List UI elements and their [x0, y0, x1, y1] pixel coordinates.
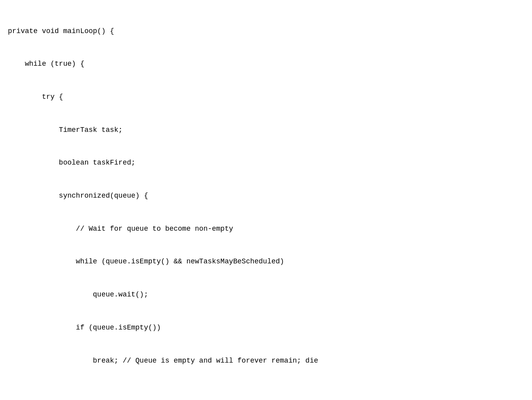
code-line: queue.wait();	[8, 289, 524, 300]
code-line	[8, 388, 524, 399]
code-line: while (queue.isEmpty() && newTasksMayBeS…	[8, 256, 524, 267]
code-line: synchronized(queue) {	[8, 191, 524, 202]
code-line: boolean taskFired;	[8, 157, 524, 169]
code-line: while (true) {	[8, 59, 524, 70]
code-line: try {	[8, 92, 524, 103]
code-line: private void mainLoop() {	[8, 26, 524, 37]
code-line: // Wait for queue to become non-empty	[8, 224, 524, 235]
code-line: break; // Queue is empty and will foreve…	[8, 356, 524, 367]
code-line: TimerTask task;	[8, 125, 524, 136]
code-line: if (queue.isEmpty())	[8, 322, 524, 333]
code-viewer: private void mainLoop() { while (true) {…	[8, 4, 524, 400]
